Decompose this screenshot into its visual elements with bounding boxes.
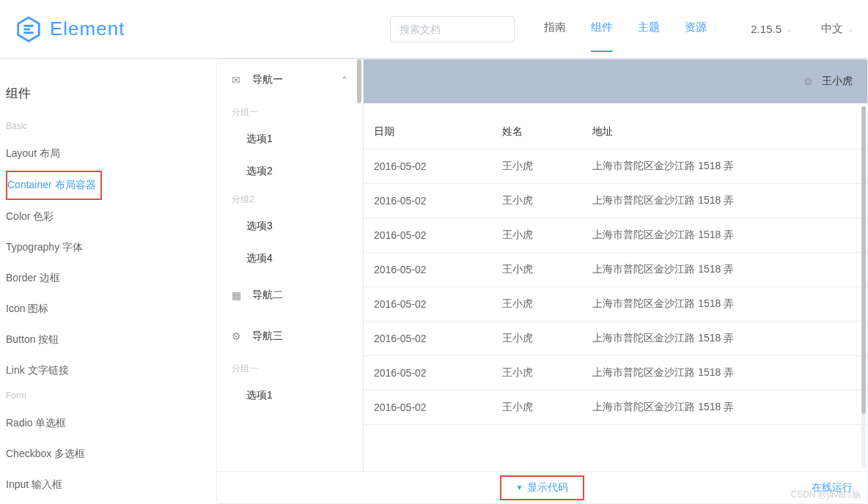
sidebar-group-form: Form: [6, 386, 216, 408]
table-cell: 王小虎: [492, 287, 582, 322]
menu-group2: 分组2: [217, 188, 363, 210]
sidebar-item-link[interactable]: Link 文字链接: [6, 355, 216, 386]
sidebar-item-checkbox[interactable]: Checkbox 多选框: [6, 439, 216, 470]
table-cell: 2016-05-02: [364, 287, 492, 322]
sidebar: 组件 Basic Layout 布局 Container 布局容器 Color …: [0, 59, 216, 504]
sidebar-item-typography[interactable]: Typography 字体: [6, 232, 216, 263]
sidebar-item-radio[interactable]: Radio 单选框: [6, 408, 216, 439]
sidebar-group-basic: Basic: [6, 116, 216, 138]
watermark: CSDN @java白杨: [790, 489, 861, 501]
table-cell: 2016-05-02: [364, 253, 492, 287]
menu-option4[interactable]: 选项4: [217, 242, 363, 275]
menu-group1: 分组一: [217, 100, 363, 123]
col-address: 地址: [582, 103, 867, 149]
highlight-box: Container 布局容器: [6, 171, 102, 200]
mail-icon: ✉: [232, 74, 245, 86]
show-code-label: 显示代码: [527, 481, 568, 494]
brand-logo[interactable]: Element: [15, 15, 125, 43]
version-select[interactable]: 2.15.5 ⌄: [751, 23, 792, 35]
menu-nav2-label: 导航二: [252, 289, 283, 302]
menu-option1[interactable]: 选项1: [217, 123, 363, 155]
aside-scrollbar[interactable]: [357, 59, 361, 103]
main-nav: 指南 组件 主题 资源: [544, 21, 707, 37]
table-row[interactable]: 2016-05-02王小虎上海市普陀区金沙江路 1518 弄: [364, 287, 867, 322]
sidebar-item-layout[interactable]: Layout 布局: [6, 138, 216, 169]
table-cell: 王小虎: [492, 184, 582, 218]
search-input[interactable]: [390, 16, 515, 42]
table-cell: 王小虎: [492, 218, 582, 253]
table-row[interactable]: 2016-05-02王小虎上海市普陀区金沙江路 1518 弄: [364, 322, 867, 356]
table-cell: 2016-05-02: [364, 390, 492, 425]
chevron-down-icon: ⌄: [786, 25, 792, 33]
sidebar-item-input[interactable]: Input 输入框: [6, 470, 216, 500]
lang-label: 中文: [821, 22, 843, 36]
sidebar-item-button[interactable]: Button 按钮: [6, 325, 216, 355]
top-header: Element 指南 组件 主题 资源 2.15.5 ⌄ 中文 ⌄: [0, 0, 868, 59]
menu-nav3[interactable]: ⚙ 导航三: [217, 316, 363, 357]
caret-down-icon: ▼: [516, 483, 523, 492]
content-scrollbar[interactable]: [861, 106, 866, 468]
menu-option2[interactable]: 选项2: [217, 155, 363, 188]
user-name[interactable]: 王小虎: [822, 75, 853, 88]
sidebar-item-icon[interactable]: Icon 图标: [6, 294, 216, 325]
chevron-down-icon: ⌄: [847, 25, 853, 33]
table-row[interactable]: 2016-05-02王小虎上海市普陀区金沙江路 1518 弄: [364, 356, 867, 390]
demo-aside-menu: ✉ 导航一 ⌃ 分组一 选项1 选项2 分组2 选项3 选项4 ▦: [217, 59, 364, 471]
demo-header: ⚙ 王小虎: [364, 59, 867, 103]
sidebar-item-container[interactable]: Container 布局容器: [7, 179, 96, 192]
table-row[interactable]: 2016-05-02王小虎上海市普陀区金沙江路 1518 弄: [364, 390, 867, 425]
col-name: 姓名: [492, 103, 582, 149]
table-cell: 王小虎: [492, 149, 582, 184]
table-cell: 2016-05-02: [364, 322, 492, 356]
table-cell: 王小虎: [492, 253, 582, 287]
nav-component[interactable]: 组件: [591, 21, 613, 37]
table-cell: 上海市普陀区金沙江路 1518 弄: [582, 356, 867, 390]
table-cell: 2016-05-02: [364, 184, 492, 218]
table-cell: 上海市普陀区金沙江路 1518 弄: [582, 390, 867, 425]
chevron-up-icon: ⌃: [341, 75, 348, 85]
menu-option3[interactable]: 选项3: [217, 210, 363, 242]
grid-icon: ▦: [232, 289, 245, 301]
table-cell: 上海市普陀区金沙江路 1518 弄: [582, 287, 867, 322]
table-cell: 2016-05-02: [364, 218, 492, 253]
demo-footer: ▼ 显示代码 在线运行: [217, 471, 867, 503]
table-row[interactable]: 2016-05-02王小虎上海市普陀区金沙江路 1518 弄: [364, 149, 867, 184]
sidebar-item-color[interactable]: Color 色彩: [6, 201, 216, 232]
show-code-button[interactable]: ▼ 显示代码: [516, 481, 569, 494]
table-cell: 上海市普陀区金沙江路 1518 弄: [582, 253, 867, 287]
menu-nav3-group1: 分组一: [217, 357, 363, 379]
menu-nav3-label: 导航三: [252, 330, 283, 343]
table-cell: 上海市普陀区金沙江路 1518 弄: [582, 322, 867, 356]
sidebar-title: 组件: [6, 81, 216, 116]
element-logo-icon: [15, 15, 43, 43]
lang-select[interactable]: 中文 ⌄: [821, 22, 853, 36]
table-cell: 王小虎: [492, 390, 582, 425]
nav-guide[interactable]: 指南: [544, 21, 566, 37]
table-row[interactable]: 2016-05-02王小虎上海市普陀区金沙江路 1518 弄: [364, 253, 867, 287]
nav-resource[interactable]: 资源: [685, 21, 707, 37]
menu-nav3-option1[interactable]: 选项1: [217, 379, 363, 412]
settings-icon[interactable]: ⚙: [803, 75, 813, 87]
table-cell: 王小虎: [492, 356, 582, 390]
table-row[interactable]: 2016-05-02王小虎上海市普陀区金沙江路 1518 弄: [364, 218, 867, 253]
table-row[interactable]: 2016-05-02王小虎上海市普陀区金沙江路 1518 弄: [364, 184, 867, 218]
table-cell: 2016-05-02: [364, 356, 492, 390]
highlight-box-showcode: ▼ 显示代码: [500, 475, 585, 500]
data-table: 日期 姓名 地址 2016-05-02王小虎上海市普陀区金沙江路 1518 弄2…: [364, 103, 867, 425]
col-date: 日期: [364, 103, 492, 149]
table-cell: 2016-05-02: [364, 149, 492, 184]
version-label: 2.15.5: [751, 23, 781, 35]
sidebar-item-border[interactable]: Border 边框: [6, 263, 216, 294]
gear-icon: ⚙: [232, 330, 245, 342]
table-cell: 上海市普陀区金沙江路 1518 弄: [582, 149, 867, 184]
menu-nav1[interactable]: ✉ 导航一 ⌃: [217, 59, 363, 100]
menu-nav2[interactable]: ▦ 导航二: [217, 275, 363, 316]
menu-nav1-label: 导航一: [252, 73, 283, 86]
table-cell: 上海市普陀区金沙江路 1518 弄: [582, 184, 867, 218]
table-cell: 上海市普陀区金沙江路 1518 弄: [582, 218, 867, 253]
demo-container: ✉ 导航一 ⌃ 分组一 选项1 选项2 分组2 选项3 选项4 ▦: [216, 59, 868, 504]
table-cell: 王小虎: [492, 322, 582, 356]
nav-theme[interactable]: 主题: [638, 21, 660, 37]
brand-text: Element: [50, 18, 125, 40]
